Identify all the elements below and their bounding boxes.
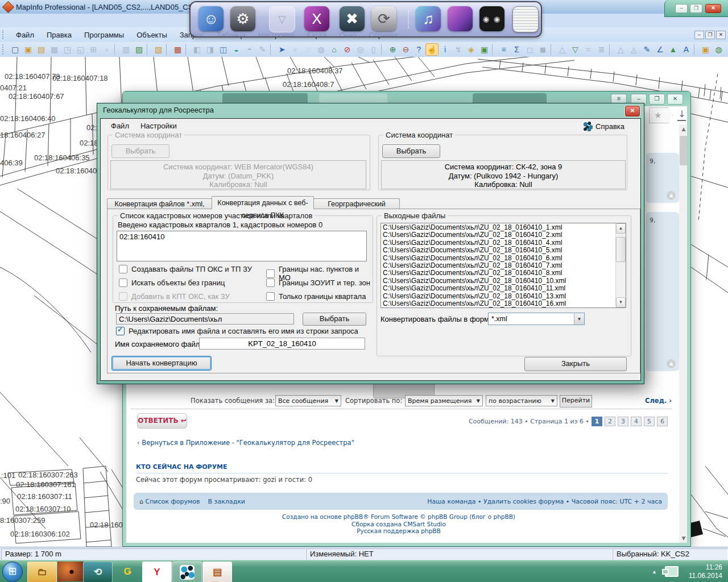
page-number[interactable]: 1 [592,417,602,426]
toolbar-button[interactable]: ≡ [497,43,510,56]
dock-app-icon[interactable]: ◉ ◉ [479,6,504,31]
toolbar-button[interactable]: ◍ [315,43,328,56]
toolbar-button[interactable]: ◫ [217,43,230,56]
file-list-item[interactable]: C:\Users\Gaziz\Documents\хьл\ZU_02_18_01… [383,247,614,254]
sort-by-select[interactable]: Время размещения▼ [405,395,483,406]
board-index-link[interactable]: Список форумов [145,498,200,505]
toolbar-button[interactable] [166,44,170,55]
scroll-up-icon[interactable]: ▲ [679,124,687,134]
toolbar-button[interactable] [609,44,613,55]
toolbar-button[interactable]: ◒ [230,43,243,56]
checkbox-box[interactable] [266,292,275,301]
toolbar-button[interactable]: ▽ [569,43,582,56]
checkbox-box[interactable] [119,278,127,287]
checkbox[interactable]: Границы ЗОУИТ и тер. зон [266,278,370,287]
toolbar-button[interactable]: ▨ [133,43,146,56]
help-button[interactable]: Справка [583,122,624,131]
taskbar-app-button[interactable]: Ǥ [113,562,142,581]
bookmark-flag[interactable]: ★ [649,107,673,123]
page-number[interactable]: 3 [618,417,628,426]
checkbox-box[interactable] [266,269,275,278]
toolbar-button[interactable] [147,44,151,55]
toolbar-button[interactable]: ☝ [425,43,439,56]
toolbar-button[interactable]: ◈ [465,43,478,56]
dock-app-icon[interactable]: X [304,6,329,31]
save-path-field[interactable]: C:\Users\Gaziz\Documents\хьл [116,313,294,325]
taskbar-clock[interactable]: 11:26 11.06.2014 [689,563,722,580]
format-combobox[interactable]: *.xml ▼ [488,313,585,325]
page-number[interactable]: 5 [644,417,655,426]
cadastral-input[interactable]: 02:18:160410 [117,231,367,261]
back-to-forum-link[interactable]: Вернуться в Приложение - "Геокалькулятор… [142,439,354,447]
browser-window-button[interactable]: ❐ [649,94,665,105]
taskbar-app-button[interactable]: 🗀 [27,562,57,582]
browse-button[interactable]: Выбрать [303,313,366,326]
toolbar-button[interactable] [114,44,118,55]
window-button[interactable]: ‒ [675,4,688,13]
toolbar-button[interactable]: ⊖ [399,43,412,56]
file-list-item[interactable]: C:\Users\Gaziz\Documents\хьл\ZU_02_18_01… [383,255,614,262]
toolbar-button[interactable]: ▣ [22,43,35,56]
scrollbar-thumb[interactable] [680,136,687,165]
checkbox[interactable]: Создавать файлы ТП ОКС и ТП ЗУ [119,265,252,273]
checkbox-box[interactable] [119,292,127,301]
scroll-down-icon[interactable]: ▼ [616,297,626,307]
toolbar-button[interactable]: ⊞ [87,43,100,56]
bookmark-link[interactable]: В закладки [208,498,245,505]
toolbar-button[interactable]: ◎ [354,43,367,56]
checkbox-box[interactable] [266,278,275,287]
scrollbar-thumb[interactable] [616,237,626,262]
menu-item[interactable]: Программы [78,29,130,41]
dialog-close-button[interactable]: ✕ [625,106,640,117]
toolbar-button[interactable]: ◱ [74,43,87,56]
page-number[interactable]: 6 [657,417,668,426]
file-list-item[interactable]: C:\Users\Gaziz\Documents\хьл\ZU_02_18_01… [383,262,614,269]
dock-app-icon[interactable]: ⚙ [230,6,255,31]
next-page-link[interactable]: След. › [645,397,672,405]
toolbar-button[interactable]: ▯ [367,43,380,56]
toolbar-button[interactable]: ▫ [100,43,113,56]
toolbar-button[interactable]: ◻ [523,43,536,56]
toolbar-button[interactable] [270,44,274,55]
checkbox[interactable]: Искать объекты без границ [119,278,225,287]
navbar-right-links[interactable]: Наша команда • Удалить cookies форума • … [427,498,662,505]
toolbar-button[interactable]: ▥ [119,43,133,56]
toolbar-button[interactable]: ◓ [243,43,256,56]
toolbar-button[interactable]: ⊕ [386,43,399,56]
toolbar-button[interactable]: ▦ [48,43,61,56]
menu-item[interactable]: Правка [40,29,78,41]
sort-dir-select[interactable]: по возрастанию▼ [486,395,557,406]
tab-geo-calculator[interactable]: Георграфический калькулятор [313,198,400,209]
toolbar-button[interactable]: ▧ [152,43,165,56]
toolbar-button[interactable]: ▫ [288,43,301,56]
file-list-item[interactable]: C:\Users\Gaziz\Documents\хьл\ZU_02_18_01… [383,293,614,300]
edit-filename-checkbox[interactable]: Редактировать имя файла и составлять его… [116,327,358,335]
network-icon[interactable] [665,566,679,577]
file-list-item[interactable]: C:\Users\Gaziz\Documents\хьл\ZU_02_18_01… [383,300,614,307]
menu-item[interactable]: Объекты [130,29,173,41]
toolbar-button[interactable]: ▲ [667,43,680,56]
toolbar-button[interactable]: △ [614,43,627,56]
toolbar-button[interactable]: ? [412,43,425,56]
toolbar-button[interactable]: ↯ [452,43,465,56]
checkbox-box[interactable] [116,327,125,335]
menu-item[interactable]: Файл [10,29,40,41]
toolbar-button[interactable]: ➤ [275,43,288,56]
page-number[interactable]: 2 [605,417,615,426]
child-window-button[interactable]: ✕ [716,31,726,39]
toolbar-button[interactable]: ✎ [640,43,653,56]
toolbar-button[interactable] [694,44,698,55]
toolbar-button[interactable]: ◧ [191,43,204,56]
toolbar-button[interactable]: ◳ [61,43,74,56]
toolbar-button[interactable] [185,44,189,55]
file-list-item[interactable]: C:\Users\Gaziz\Documents\хьл\ZU_02_18_01… [383,277,614,285]
taskbar-app-button[interactable]: ⟲ [83,562,113,582]
toolbar-button[interactable]: ▢ [9,43,22,56]
toolbar-button[interactable]: ▤ [35,43,48,56]
file-list-item[interactable]: C:\Users\Gaziz\Documents\хьл\ZU_02_18_01… [383,239,614,247]
file-list-item[interactable]: C:\Users\Gaziz\Documents\хьл\ZU_02_18_01… [383,285,614,292]
dock-app-icon[interactable]: ✖ [340,6,365,31]
toolbar-button[interactable]: Σ [510,43,523,56]
dock-app-icon[interactable]: ▽ [269,6,295,32]
browser-window-button[interactable]: ✕ [667,94,683,105]
